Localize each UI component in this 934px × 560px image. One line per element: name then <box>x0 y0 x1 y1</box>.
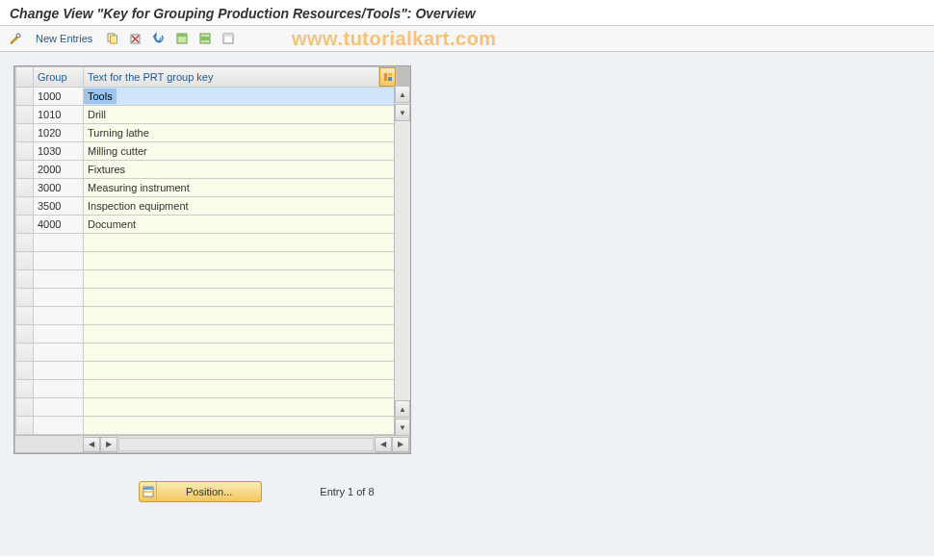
scroll-down-button[interactable]: ▼ <box>395 104 410 121</box>
cell-group[interactable] <box>34 252 84 270</box>
row-selector[interactable] <box>16 216 34 234</box>
cell-group[interactable] <box>34 307 84 325</box>
scroll-right-button-2[interactable]: ▶ <box>392 437 409 452</box>
row-selector[interactable] <box>16 161 34 179</box>
cell-group[interactable]: 1030 <box>34 142 84 161</box>
cell-group[interactable] <box>34 325 84 344</box>
scroll-right-button[interactable]: ▶ <box>100 437 117 452</box>
hscroll-track[interactable] <box>118 438 374 451</box>
cell-text[interactable]: Drill <box>84 106 397 124</box>
cell-text[interactable] <box>84 252 397 270</box>
cell-text[interactable] <box>84 289 397 307</box>
table-row <box>16 325 397 344</box>
column-header-text[interactable]: Text for the PRT group key <box>84 67 379 88</box>
table-row: 1030Milling cutter <box>16 142 397 161</box>
vertical-scrollbar: ▲ ▼ ▲ ▼ <box>394 86 410 436</box>
watermark-text: www.tutorialkart.com <box>292 28 497 50</box>
cell-group[interactable]: 3000 <box>34 179 84 197</box>
row-selector[interactable] <box>16 106 34 124</box>
cell-text[interactable]: Inspection equipment <box>84 197 397 216</box>
scroll-up-button-2[interactable]: ▲ <box>395 400 410 418</box>
table-row: 3000Measuring instrument <box>16 179 397 197</box>
cell-group[interactable]: 2000 <box>34 161 84 179</box>
row-selector[interactable] <box>16 344 34 362</box>
position-label: Position... <box>157 486 261 497</box>
copy-as-button[interactable] <box>103 29 122 48</box>
row-selector[interactable] <box>16 88 34 106</box>
table-row <box>16 417 397 435</box>
row-selector-header[interactable] <box>16 67 34 88</box>
cell-text[interactable] <box>84 344 397 362</box>
cell-group[interactable] <box>34 234 84 252</box>
cell-group[interactable] <box>34 398 84 417</box>
row-selector[interactable] <box>16 234 34 252</box>
table-row <box>16 252 397 270</box>
toolbar: New Entries www.tutorialkart.com <box>0 26 934 52</box>
row-selector[interactable] <box>16 124 34 142</box>
cell-text[interactable] <box>84 417 397 435</box>
deselect-all-button[interactable] <box>219 29 238 48</box>
row-selector[interactable] <box>16 197 34 216</box>
cell-text[interactable]: Fixtures <box>84 161 397 179</box>
cell-text[interactable]: Tools <box>84 88 397 106</box>
cell-text[interactable]: Turning lathe <box>84 124 397 142</box>
cell-group[interactable] <box>34 362 84 380</box>
cell-group[interactable]: 3500 <box>34 197 84 216</box>
scroll-up-button[interactable]: ▲ <box>395 86 410 103</box>
svg-rect-12 <box>384 73 387 81</box>
row-selector[interactable] <box>16 270 34 289</box>
cell-text[interactable] <box>84 380 397 398</box>
row-selector[interactable] <box>16 417 34 435</box>
row-selector[interactable] <box>16 179 34 197</box>
select-all-button[interactable] <box>172 29 192 48</box>
cell-group[interactable]: 1000 <box>34 88 84 106</box>
cell-text[interactable] <box>84 270 397 289</box>
chevron-down-icon: ▼ <box>399 109 406 117</box>
scroll-left-button-2[interactable]: ◀ <box>375 437 392 452</box>
table-config-header <box>379 67 397 88</box>
row-selector[interactable] <box>16 380 34 398</box>
chevron-right-icon: ▶ <box>106 440 112 448</box>
svg-rect-14 <box>388 77 392 81</box>
new-entries-button[interactable]: New Entries <box>29 29 99 48</box>
table-settings-button[interactable] <box>379 67 396 87</box>
select-block-button[interactable] <box>195 29 215 48</box>
delete-icon <box>129 32 143 45</box>
row-selector[interactable] <box>16 398 34 417</box>
row-selector[interactable] <box>16 289 34 307</box>
table-row: 1010Drill <box>16 106 397 124</box>
row-selector[interactable] <box>16 362 34 380</box>
cell-group[interactable] <box>34 270 84 289</box>
cell-group[interactable]: 1020 <box>34 124 84 142</box>
cell-group[interactable]: 1010 <box>34 106 84 124</box>
table-row <box>16 362 397 380</box>
table-row: 2000Fixtures <box>16 161 397 179</box>
cell-text[interactable] <box>84 325 397 344</box>
row-selector[interactable] <box>16 307 34 325</box>
cell-group[interactable]: 4000 <box>34 216 84 234</box>
scroll-down-button-2[interactable]: ▼ <box>395 419 410 436</box>
cell-group[interactable] <box>34 344 84 362</box>
cell-group[interactable] <box>34 417 84 435</box>
cell-group[interactable] <box>34 289 84 307</box>
position-button[interactable]: Position... <box>139 481 262 502</box>
content-area: Group Text for the PRT group key 1000Too… <box>0 52 934 556</box>
cell-group[interactable] <box>34 380 84 398</box>
cell-text[interactable]: Document <box>84 216 397 234</box>
cell-text[interactable] <box>84 362 397 380</box>
row-selector[interactable] <box>16 142 34 161</box>
column-header-group[interactable]: Group <box>34 67 84 88</box>
scroll-left-button[interactable]: ◀ <box>83 437 100 452</box>
cell-text[interactable]: Measuring instrument <box>84 179 397 197</box>
svg-rect-16 <box>143 487 153 490</box>
cell-text[interactable] <box>84 234 397 252</box>
cell-text[interactable] <box>84 398 397 417</box>
row-selector[interactable] <box>16 325 34 344</box>
scroll-track-top[interactable] <box>395 121 410 400</box>
row-selector[interactable] <box>16 252 34 270</box>
toggle-display-change-button[interactable] <box>6 29 25 48</box>
cell-text[interactable]: Milling cutter <box>84 142 397 161</box>
delete-button[interactable] <box>126 29 145 48</box>
undo-button[interactable] <box>149 29 169 48</box>
cell-text[interactable] <box>84 307 397 325</box>
